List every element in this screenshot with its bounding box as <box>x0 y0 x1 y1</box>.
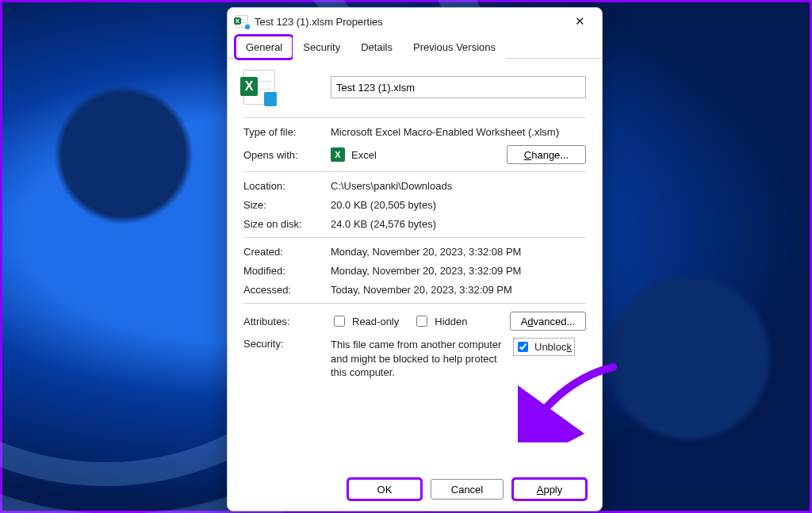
properties-dialog: X Test 123 (1).xlsm Properties ✕ General… <box>227 7 603 511</box>
value-created: Monday, November 20, 2023, 3:32:08 PM <box>331 246 586 258</box>
divider <box>243 237 586 238</box>
label-type-of-file: Type of file: <box>243 126 331 138</box>
unblock-checkbox[interactable]: Unblock <box>513 338 575 356</box>
label-security: Security: <box>243 338 331 350</box>
advanced-label: Advanced... <box>521 316 576 327</box>
readonly-checkbox-input[interactable] <box>334 316 345 327</box>
value-type-of-file: Microsoft Excel Macro-Enabled Worksheet … <box>331 126 586 138</box>
readonly-checkbox[interactable]: Read-only <box>331 313 399 329</box>
hidden-checkbox-input[interactable] <box>416 316 427 327</box>
security-text: This file came from another computer and… <box>331 338 505 380</box>
apply-label: Apply <box>537 484 563 496</box>
tab-previous-versions[interactable]: Previous Versions <box>403 36 506 59</box>
tab-strip: General Security Details Previous Versio… <box>228 35 602 59</box>
apply-button[interactable]: Apply <box>513 479 586 500</box>
tab-details[interactable]: Details <box>350 36 403 59</box>
label-accessed: Accessed: <box>243 284 331 296</box>
value-size-on-disk: 24.0 KB (24,576 bytes) <box>331 218 586 230</box>
titlebar: X Test 123 (1).xlsm Properties ✕ <box>228 8 602 35</box>
change-button[interactable]: Change... <box>507 145 586 164</box>
tab-general[interactable]: General <box>236 36 293 59</box>
ok-label: OK <box>377 484 393 496</box>
xlsm-file-icon-large: X <box>243 70 275 105</box>
divider <box>243 117 586 118</box>
value-location: C:\Users\panki\Downloads <box>331 180 586 192</box>
label-location: Location: <box>243 180 331 192</box>
ok-button[interactable]: OK <box>348 479 421 500</box>
label-size-on-disk: Size on disk: <box>243 218 331 230</box>
dialog-body: X Type of file: Microsoft Excel Macro-En… <box>228 59 602 471</box>
readonly-label: Read-only <box>352 316 399 327</box>
dialog-buttons: OK Cancel Apply <box>228 471 602 511</box>
cancel-label: Cancel <box>451 484 483 496</box>
label-created: Created: <box>243 246 331 258</box>
divider <box>243 171 586 172</box>
close-button[interactable]: ✕ <box>562 10 597 33</box>
label-size: Size: <box>243 199 331 211</box>
hidden-checkbox[interactable]: Hidden <box>413 313 467 329</box>
value-opens-with: Excel <box>351 149 377 161</box>
value-accessed: Today, November 20, 2023, 3:32:09 PM <box>331 284 586 296</box>
desktop-background: X Test 123 (1).xlsm Properties ✕ General… <box>0 0 812 513</box>
xlsm-file-icon: X <box>236 15 248 28</box>
label-opens-with: Opens with: <box>243 149 331 161</box>
value-modified: Monday, November 20, 2023, 3:32:09 PM <box>331 265 586 277</box>
filename-input[interactable] <box>331 76 586 98</box>
excel-app-icon: X <box>331 147 345 162</box>
value-size: 20.0 KB (20,505 bytes) <box>331 199 586 211</box>
unblock-checkbox-input[interactable] <box>518 342 528 352</box>
label-attributes: Attributes: <box>243 316 331 327</box>
window-title: Test 123 (1).xlsm Properties <box>255 16 562 28</box>
cancel-button[interactable]: Cancel <box>431 479 504 500</box>
divider <box>243 303 586 304</box>
close-icon: ✕ <box>575 14 585 29</box>
tab-security[interactable]: Security <box>293 36 350 59</box>
unblock-label: Unblock <box>534 341 572 353</box>
hidden-label: Hidden <box>435 316 467 327</box>
label-modified: Modified: <box>243 265 331 277</box>
advanced-button[interactable]: Advanced... <box>510 312 586 331</box>
change-label: hange... <box>531 149 569 161</box>
